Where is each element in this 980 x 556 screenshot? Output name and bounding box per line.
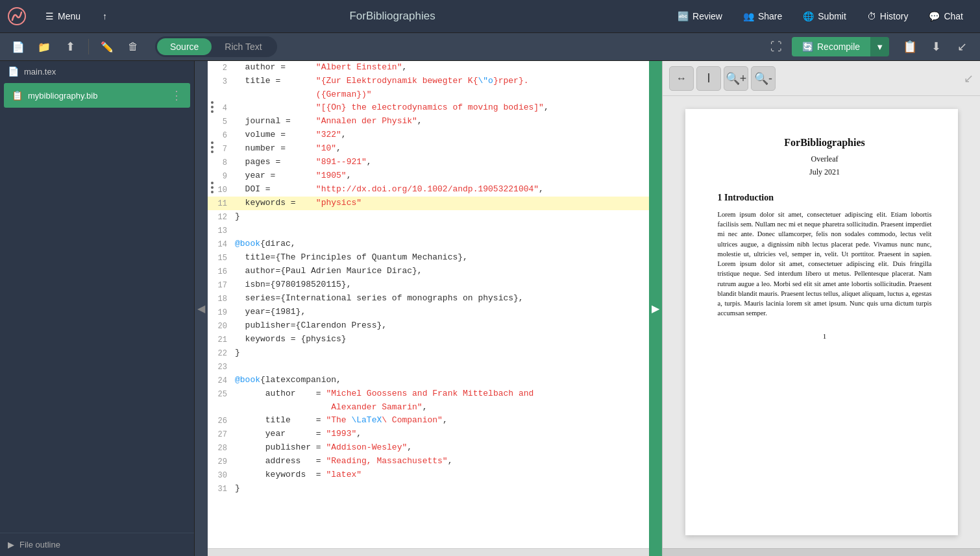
preview-body: Lorem ipsum dolor sit amet, consectetuer… <box>718 210 932 318</box>
code-line: 18 series={International series of monog… <box>208 292 649 306</box>
code-line: 27 year = "1993", <box>208 428 649 441</box>
code-line: 4 "[{On} the electrodynamics of moving b… <box>208 101 649 115</box>
chevron-right-icon: ▶ <box>8 540 14 550</box>
recompile-dropdown-button[interactable]: ▼ <box>870 37 889 56</box>
code-line: 23 <box>208 360 649 374</box>
preview-date: July 2021 <box>718 166 932 178</box>
code-line: 25 author = "Michel Goossens and Frank M… <box>208 387 649 401</box>
pdf-view-button[interactable]: 📋 <box>900 36 920 57</box>
preview-horizontal-scrollbar[interactable] <box>663 548 980 556</box>
drag-handle-1[interactable] <box>208 100 217 114</box>
share-icon: 👥 <box>743 11 754 21</box>
code-line: 17 isbn={9780198520115}, <box>208 278 649 292</box>
file-sidebar: 📄 main.tex 📋 mybibliography.bib ⋮ ▶ File… <box>0 61 195 556</box>
bib-file-icon: 📋 <box>12 90 23 101</box>
review-label: Review <box>692 11 722 21</box>
code-line: 15 title={The Principles of Quantum Mech… <box>208 251 649 265</box>
code-line: 22 } <box>208 346 649 360</box>
share-button[interactable]: 👥 Share <box>734 7 791 25</box>
share-label: Share <box>758 11 782 21</box>
code-line: 31 } <box>208 482 649 496</box>
preview-toolbar: ↔ I 🔍+ 🔍- ↙ <box>663 61 980 96</box>
preview-author: Overleaf <box>718 153 932 165</box>
menu-button[interactable]: ☰ Menu <box>36 7 90 25</box>
upload-icon: ↑ <box>103 11 107 21</box>
collapse-left-button[interactable]: ◀ <box>195 61 208 556</box>
recompile-button[interactable]: 🔄 Recompile <box>792 37 870 56</box>
fit-width-button[interactable]: ↔ <box>669 66 694 91</box>
app-logo[interactable] <box>8 7 26 25</box>
file-more-button[interactable]: ⋮ <box>171 88 182 103</box>
review-button[interactable]: 🔤 Review <box>668 7 731 25</box>
upload-button2[interactable]: ⬆ <box>60 36 80 57</box>
drag-handle-3[interactable] <box>208 180 217 195</box>
code-line: Alexander Samarin", <box>208 401 649 414</box>
main-content: 📄 main.tex 📋 mybibliography.bib ⋮ ▶ File… <box>0 61 980 556</box>
upload-file-button[interactable]: 📁 <box>34 36 55 57</box>
code-line: 29 address = "Reading, Massachusetts", <box>208 455 649 468</box>
expand-editor-button[interactable]: ⛶ <box>766 36 787 57</box>
code-line: 28 publisher = "Addison-Wesley", <box>208 441 649 455</box>
app-title: ForBibliographies <box>120 10 665 23</box>
rich-text-tab[interactable]: Rich Text <box>212 38 275 55</box>
main-tex-label: main.tex <box>24 67 56 77</box>
code-line: 14 @book{dirac, <box>208 237 649 251</box>
new-file-button[interactable]: 📄 <box>8 36 29 57</box>
menu-label: Menu <box>58 11 80 21</box>
code-line: 12 } <box>208 210 649 224</box>
bib-file-label: mybibliography.bib <box>28 91 97 101</box>
submit-label: Submit <box>818 11 846 21</box>
download-pdf-button[interactable]: ⬇ <box>925 36 946 57</box>
recompile-group: 🔄 Recompile ▼ <box>792 37 889 56</box>
code-line: 16 author={Paul Adrien Maurice Dirac}, <box>208 265 649 278</box>
delete-button[interactable]: 🗑 <box>123 36 143 57</box>
preview-page: ForBibliographies Overleaf July 2021 1 I… <box>685 109 958 535</box>
review-icon: 🔤 <box>678 11 689 21</box>
chat-button[interactable]: 💬 Chat <box>920 7 972 25</box>
preview-panel: ↔ I 🔍+ 🔍- ↙ ForBibliographies Overleaf J… <box>662 61 980 556</box>
collapse-preview-button[interactable]: ↙ <box>951 36 972 57</box>
code-editor: 2 author = "Albert Einstein", 3 title = … <box>208 61 649 556</box>
bib-file[interactable]: 📋 mybibliography.bib ⋮ <box>4 83 190 108</box>
top-navbar: ☰ Menu ↑ ForBibliographies 🔤 Review 👥 Sh… <box>0 0 980 32</box>
drag-handle-2[interactable] <box>208 140 217 154</box>
code-line: 9 year = "1905", <box>208 169 649 183</box>
file-outline-toggle[interactable]: ▶ File outline <box>0 533 194 556</box>
main-tex-file[interactable]: 📄 main.tex <box>0 61 194 82</box>
editor-scroll-area[interactable]: 2 author = "Albert Einstein", 3 title = … <box>208 61 649 548</box>
upload-button[interactable]: ↑ <box>93 7 116 25</box>
recompile-label: Recompile <box>817 42 860 52</box>
chat-icon: 💬 <box>929 11 940 21</box>
code-line: 3 title = "{Zur Elektrodynamik bewegter … <box>208 75 649 88</box>
fit-page-button[interactable]: I <box>696 66 721 91</box>
code-line: 19 year={1981}, <box>208 306 649 319</box>
submit-icon: 🌐 <box>803 11 814 21</box>
code-line: 2 author = "Albert Einstein", <box>208 61 649 75</box>
code-line-highlighted: 11 keywords = "physics" <box>208 197 649 210</box>
zoom-out-button[interactable]: 🔍- <box>751 66 776 91</box>
code-line: 26 title = "The \LaTeX\ Companion", <box>208 414 649 428</box>
code-line: ({German})" <box>208 88 649 101</box>
submit-button[interactable]: 🌐 Submit <box>794 7 855 25</box>
edit-button[interactable]: ✏️ <box>97 36 117 57</box>
code-line: 21 keywords = {physics} <box>208 333 649 346</box>
code-line: 24 @book{latexcompanion, <box>208 374 649 387</box>
expand-right-button[interactable]: ▶ <box>649 61 662 556</box>
code-line: 6 volume = "322", <box>208 128 649 142</box>
tex-file-icon: 📄 <box>8 66 19 77</box>
file-outline-label: File outline <box>19 540 60 550</box>
code-line: 30 keywords = "latex" <box>208 468 649 482</box>
mini-expand-icon[interactable]: ↙ <box>964 71 974 86</box>
preview-section: 1 Introduction <box>718 191 932 204</box>
history-button[interactable]: ⏱ History <box>858 7 918 25</box>
source-tab[interactable]: Source <box>157 38 212 55</box>
code-line: 7 number = "10", <box>208 142 649 156</box>
zoom-in-button[interactable]: 🔍+ <box>724 66 748 91</box>
code-line: 8 pages = "891--921", <box>208 156 649 169</box>
preview-title: ForBibliographies <box>718 135 932 151</box>
editor-horizontal-scrollbar[interactable] <box>208 548 649 556</box>
recompile-icon: 🔄 <box>802 42 813 52</box>
code-line: 20 publisher={Clarendon Press}, <box>208 319 649 333</box>
preview-scroll-area[interactable]: ForBibliographies Overleaf July 2021 1 I… <box>663 96 980 548</box>
chat-label: Chat <box>944 11 963 21</box>
